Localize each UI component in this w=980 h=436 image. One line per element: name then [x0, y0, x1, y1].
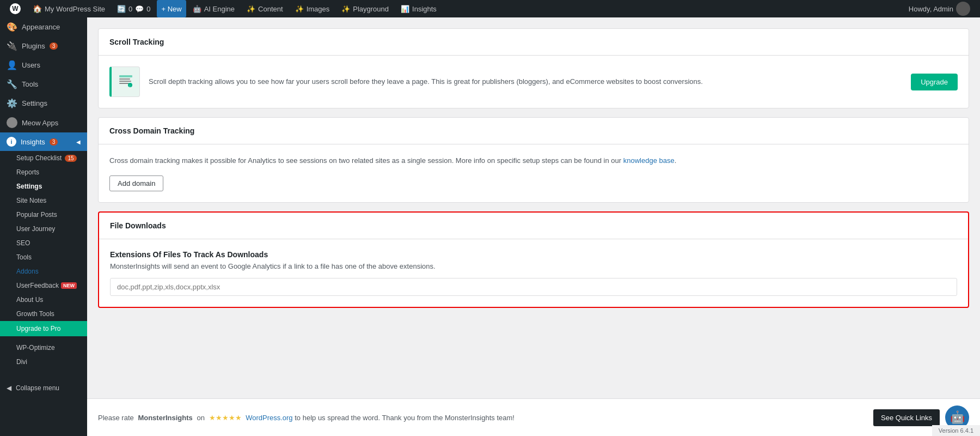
sidebar-item-meow-apps[interactable]: Meow Apps	[0, 113, 87, 132]
main-layout: 🎨 Appearance 🔌 Plugins 3 👤 Users 🔧 Tools…	[0, 17, 980, 436]
adminbar-wp-logo[interactable]: W	[4, 0, 26, 17]
sidebar-item-popular-posts[interactable]: Popular Posts	[0, 208, 87, 222]
scroll-tracking-body: ↓ Scroll depth tracking allows you to se…	[99, 56, 969, 108]
quick-links-button[interactable]: See Quick Links	[873, 409, 940, 426]
adminbar-right: Howdy, Admin	[903, 0, 976, 17]
adminbar-playground[interactable]: ✨ Playground	[336, 0, 394, 17]
avatar-icon	[956, 2, 970, 16]
sidebar-item-plugins[interactable]: 🔌 Plugins 3	[0, 37, 87, 56]
sidebar-item-setup-checklist[interactable]: Setup Checklist 15	[0, 151, 87, 165]
adminbar-howdy[interactable]: Howdy, Admin	[903, 0, 976, 17]
sidebar-item-reports[interactable]: Reports	[0, 165, 87, 179]
admin-sidebar: 🎨 Appearance 🔌 Plugins 3 👤 Users 🔧 Tools…	[0, 17, 87, 436]
extensions-input[interactable]	[110, 278, 957, 296]
scroll-tracking-description: Scroll depth tracking allows you to see …	[149, 76, 902, 87]
scroll-tracking-icon: ↓	[109, 66, 140, 97]
footer-text: Please rate MonsterInsights on ★★★★★ Wor…	[98, 414, 514, 422]
collapse-menu-button[interactable]: ◀ Collapse menu	[0, 380, 87, 396]
appearance-icon: 🎨	[7, 22, 17, 32]
content-icon: ✨	[247, 5, 255, 13]
setup-checklist-badge: 15	[65, 155, 76, 162]
insights-bar-icon: 📊	[401, 5, 409, 13]
adminbar-left: W 🏠 My WordPress Site 🔄 0 💬 0 + New 🤖 AI…	[4, 0, 442, 17]
scroll-tracking-title: Scroll Tracking	[99, 29, 969, 56]
sidebar-item-site-notes[interactable]: Site Notes	[0, 193, 87, 208]
users-icon: 👤	[7, 60, 17, 70]
adminbar-site-name[interactable]: 🏠 My WordPress Site	[27, 0, 111, 17]
sidebar-item-addons[interactable]: Addons	[0, 264, 87, 278]
file-downloads-body: Extensions Of Files To Track As Download…	[99, 239, 968, 307]
main-content: Scroll Tracking ↓	[87, 17, 980, 398]
sidebar-item-appearance[interactable]: 🎨 Appearance	[0, 17, 87, 37]
adminbar-images[interactable]: ✨ Images	[290, 0, 335, 17]
sidebar-item-tools-sub[interactable]: Tools	[0, 250, 87, 264]
adminbar-content[interactable]: ✨ Content	[241, 0, 289, 17]
scroll-tracking-card: Scroll Tracking ↓	[98, 28, 969, 108]
file-downloads-card: File Downloads Extensions Of Files To Tr…	[98, 211, 969, 308]
svg-rect-1	[119, 78, 130, 80]
file-downloads-title: File Downloads	[99, 213, 968, 239]
star-rating: ★★★★★	[209, 414, 242, 422]
sidebar-item-growth-tools[interactable]: Growth Tools	[0, 307, 87, 321]
svg-text:↓: ↓	[129, 84, 131, 87]
cross-domain-description: Cross domain tracking makes it possible …	[109, 155, 958, 167]
plugins-icon: 🔌	[7, 41, 17, 51]
footer-bar: Please rate MonsterInsights on ★★★★★ Wor…	[87, 398, 980, 436]
playground-icon: ✨	[341, 5, 350, 13]
cross-domain-card: Cross Domain Tracking Cross domain track…	[98, 117, 969, 203]
site-icon: 🏠	[33, 4, 42, 13]
sidebar-item-settings-sub[interactable]: Settings	[0, 179, 87, 193]
ai-engine-icon: 🤖	[193, 5, 201, 13]
sidebar-item-settings[interactable]: ⚙️ Settings	[0, 94, 87, 113]
sidebar-item-tools[interactable]: 🔧 Tools	[0, 75, 87, 94]
adminbar-comments[interactable]: 🔄 0 💬 0	[112, 0, 156, 17]
wp-logo-icon: W	[10, 3, 21, 14]
sidebar-item-wp-optimize[interactable]: WP-Optimize	[0, 341, 87, 355]
adminbar-insights[interactable]: 📊 Insights	[395, 0, 442, 17]
add-domain-button[interactable]: Add domain	[109, 175, 163, 191]
sidebar-collapse-arrow: ◀	[76, 139, 81, 145]
tools-icon: 🔧	[7, 79, 17, 89]
sidebar-item-users[interactable]: 👤 Users	[0, 56, 87, 75]
cross-domain-title: Cross Domain Tracking	[99, 118, 969, 144]
knowledge-base-link[interactable]: knowledge base	[623, 156, 675, 165]
sidebar-item-user-journey[interactable]: User Journey	[0, 222, 87, 236]
comment-bubble-icon: 💬	[135, 5, 144, 13]
adminbar-ai-engine[interactable]: 🤖 AI Engine	[187, 0, 240, 17]
sidebar-item-userfeedback[interactable]: UserFeedback NEW	[0, 278, 87, 293]
sidebar-item-seo[interactable]: SEO	[0, 236, 87, 250]
insights-badge: 3	[50, 138, 58, 146]
insights-icon: i	[7, 137, 16, 147]
extensions-description: MonsterInsights will send an event to Go…	[110, 262, 957, 270]
images-icon: ✨	[295, 5, 304, 13]
svg-rect-2	[119, 81, 131, 82]
new-badge: NEW	[61, 282, 77, 289]
cross-domain-body: Cross domain tracking makes it possible …	[99, 144, 969, 202]
scroll-tracking-feature-row: ↓ Scroll depth tracking allows you to se…	[109, 66, 958, 97]
svg-rect-0	[119, 75, 132, 77]
sidebar-item-upgrade-to-pro[interactable]: Upgrade to Pro	[0, 321, 87, 336]
plugins-badge: 3	[50, 43, 58, 50]
adminbar-new-button[interactable]: + New	[157, 0, 186, 17]
wordpress-org-link[interactable]: WordPress.org	[246, 414, 292, 422]
svg-rect-3	[119, 83, 129, 84]
scroll-tracking-upgrade-button[interactable]: Upgrade	[911, 74, 958, 90]
sidebar-item-about-us[interactable]: About Us	[0, 293, 87, 307]
admin-bar: W 🏠 My WordPress Site 🔄 0 💬 0 + New 🤖 AI…	[0, 0, 980, 17]
version-label: Version 6.4.1	[932, 425, 980, 436]
settings-icon: ⚙️	[7, 98, 17, 108]
comments-icon: 🔄	[117, 5, 126, 13]
meow-icon	[7, 117, 17, 128]
extensions-title: Extensions Of Files To Track As Download…	[110, 250, 957, 259]
sidebar-item-divi[interactable]: Divi	[0, 355, 87, 369]
collapse-icon: ◀	[7, 384, 11, 392]
sidebar-item-insights[interactable]: i Insights 3 ◀	[0, 132, 87, 151]
